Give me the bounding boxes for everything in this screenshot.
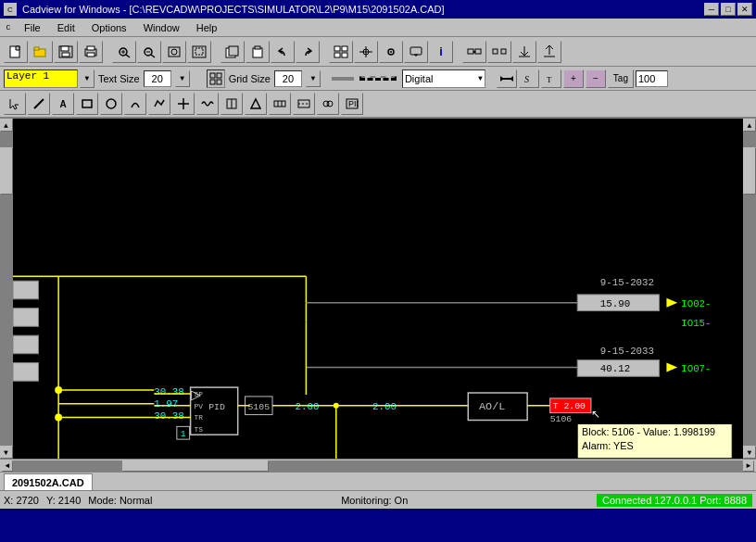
paste-button[interactable] [246,41,270,63]
circle-tool[interactable] [100,93,122,115]
polyline-tool[interactable] [148,93,170,115]
status-mode: Mode: Normal [88,495,152,506]
grid-button[interactable] [329,41,353,63]
svg-point-32 [390,51,392,53]
svg-rect-47 [210,80,215,84]
vscroll-thumb[interactable] [0,147,13,195]
hscroll-right[interactable]: ► [743,460,754,472]
save-button[interactable] [54,41,78,63]
line-tool-1[interactable] [497,69,517,88]
download-button[interactable] [512,41,536,63]
window-title: Cadview for Windows - [C:\REVCADW\PROJEC… [22,4,445,15]
svg-rect-25 [342,46,347,51]
svg-rect-39 [493,49,498,54]
zoom-in-button[interactable] [112,41,136,63]
connector-tool[interactable] [317,93,339,115]
line-tool-3[interactable]: T [541,69,561,88]
gridsize-arrow[interactable]: ▼ [306,70,321,87]
edit-tools [220,41,320,63]
line-tools: S T + − Tag 100 [497,69,668,88]
menu-options[interactable]: Options [84,20,134,35]
zoom-fit-button[interactable] [162,41,186,63]
maximize-button[interactable]: □ [721,3,736,16]
svg-rect-5 [62,53,69,57]
undo-button[interactable] [271,41,295,63]
svg-text:9-15-2032: 9-15-2032 [600,277,654,288]
line-tool-2[interactable]: S [519,69,539,88]
plus-button[interactable]: + [563,69,584,88]
svg-text:↖: ↖ [591,409,600,422]
hscroll-track [13,460,743,472]
title-bar: C Cadview for Windows - [C:\REVCADW\PROJ… [0,0,756,19]
io-tools [462,41,561,63]
svg-text:AO/L: AO/L [479,400,505,413]
tag-button[interactable]: Tag [608,69,634,88]
textsize-arrow[interactable]: ▼ [175,70,190,87]
line-draw-tool[interactable] [28,93,50,115]
redo-button[interactable] [296,41,320,63]
component-tool[interactable]: PID [341,93,363,115]
svg-point-17 [171,49,177,55]
vscroll-right-thumb[interactable] [743,147,756,195]
vscroll-track [0,132,13,446]
menu-edit[interactable]: Edit [50,20,82,35]
disconnect-button[interactable] [487,41,511,63]
layer-dropdown-arrow[interactable]: ▼ [80,69,94,88]
svg-rect-19 [195,48,203,55]
minus-button[interactable]: − [586,69,606,88]
canvas-area[interactable]: 9-15-2032 15.90 IO02- IO15- 9-15-2033 40… [13,119,743,459]
wave-tool[interactable] [196,93,219,115]
print-button[interactable] [79,41,103,63]
hscroll-left[interactable]: ◄ [2,460,13,472]
snap-button[interactable] [354,41,378,63]
tab-file[interactable]: 2091502A.CAD [4,473,93,490]
menu-help[interactable]: Help [189,20,225,35]
app-menu-icon[interactable]: C [2,21,15,34]
text-tool[interactable]: A [52,93,74,115]
svg-text:Block: 5106 - Value: 1.998199: Block: 5106 - Value: 1.998199 [582,426,715,437]
settings-button[interactable] [379,41,403,63]
zoom-window-button[interactable] [187,41,211,63]
svg-marker-50 [500,76,504,82]
svg-text:PV: PV [195,402,204,410]
layer-select[interactable]: Layer 1 [4,69,78,88]
svg-text:2.00: 2.00 [296,401,320,412]
cross-tool[interactable] [172,93,195,115]
select-tool[interactable] [4,93,26,115]
more-tools: i [329,41,453,63]
minimize-button[interactable]: ─ [704,3,719,16]
vscroll-down[interactable]: ▼ [0,446,13,459]
copy-button[interactable] [220,41,245,63]
io-tool[interactable] [293,93,315,115]
svg-text:S: S [524,74,529,84]
close-button[interactable]: ✕ [737,3,752,16]
svg-line-54 [34,99,44,108]
menu-window[interactable]: Window [136,20,187,35]
linestyle-control: Digital ▼ [332,69,485,88]
vscroll-up[interactable]: ▲ [0,119,13,132]
connect-button[interactable] [462,41,486,63]
zoom-out-button[interactable] [137,41,161,63]
info-button[interactable]: i [429,41,453,63]
svg-text:T    2.00: T 2.00 [553,401,586,411]
open-button[interactable] [29,41,53,63]
textsize-input[interactable] [144,70,171,87]
svg-rect-36 [468,49,473,54]
svg-text:2.00: 2.00 [372,401,397,412]
vscroll-right-down[interactable]: ▼ [743,446,756,459]
gridsize-input[interactable] [274,70,302,87]
hscroll-thumb[interactable] [122,460,269,472]
upload-button[interactable] [537,41,561,63]
rect-tool[interactable] [76,93,98,115]
wire-tool[interactable] [269,93,291,115]
new-button[interactable] [4,41,28,63]
monitor-button[interactable] [404,41,428,63]
svg-rect-75 [13,363,39,382]
cad-drawing: 9-15-2032 15.90 IO02- IO15- 9-15-2033 40… [13,119,743,459]
vscroll-right-up[interactable]: ▲ [743,119,756,132]
menu-file[interactable]: File [17,20,48,35]
block-tool[interactable] [220,93,243,115]
symbol-tool[interactable] [245,93,267,115]
arc-tool[interactable] [124,93,146,115]
svg-text:IO02-: IO02- [681,298,711,309]
